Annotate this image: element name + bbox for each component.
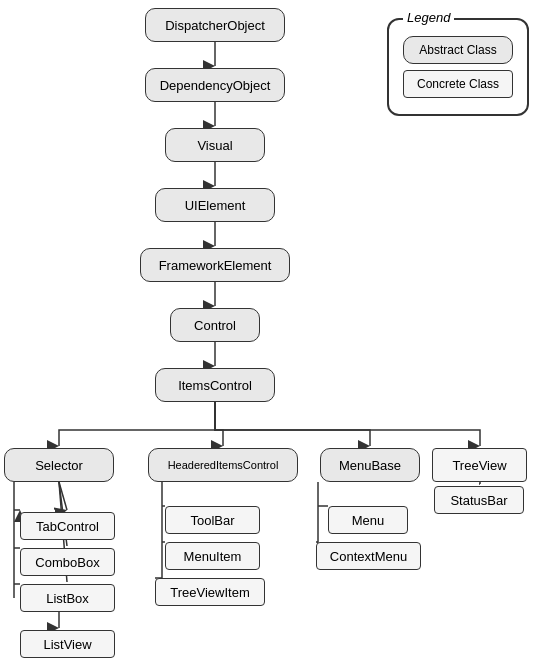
legend-title: Legend xyxy=(403,10,454,25)
node-headereditemscontrol: HeaderedItemsControl xyxy=(148,448,298,482)
node-tabcontrol: TabControl xyxy=(20,512,115,540)
node-selector: Selector xyxy=(4,448,114,482)
node-frameworkelement: FrameworkElement xyxy=(140,248,290,282)
legend-concrete-box: Concrete Class xyxy=(403,70,513,98)
legend-abstract: Abstract Class xyxy=(403,36,513,64)
svg-line-6 xyxy=(59,482,67,510)
node-dependency: DependencyObject xyxy=(145,68,285,102)
node-combobox: ComboBox xyxy=(20,548,115,576)
node-menubase: MenuBase xyxy=(320,448,420,482)
node-visual: Visual xyxy=(165,128,265,162)
node-treeview: TreeView xyxy=(432,448,527,482)
node-uielement: UIElement xyxy=(155,188,275,222)
node-dispatcher: DispatcherObject xyxy=(145,8,285,42)
node-toolbar: ToolBar xyxy=(165,506,260,534)
legend: Legend Abstract Class Concrete Class xyxy=(387,18,529,116)
node-listbox: ListBox xyxy=(20,584,115,612)
node-treeviewitem: TreeViewItem xyxy=(155,578,265,606)
diagram: DispatcherObjectDependencyObjectVisualUI… xyxy=(0,0,549,672)
legend-concrete: Concrete Class xyxy=(403,70,513,98)
legend-concrete-label: Concrete Class xyxy=(417,77,499,91)
node-itemscontrol: ItemsControl xyxy=(155,368,275,402)
node-listview: ListView xyxy=(20,630,115,658)
node-contextmenu: ContextMenu xyxy=(316,542,421,570)
legend-abstract-label: Abstract Class xyxy=(419,43,496,57)
node-menuitem: MenuItem xyxy=(165,542,260,570)
node-menu: Menu xyxy=(328,506,408,534)
legend-abstract-box: Abstract Class xyxy=(403,36,513,64)
node-control: Control xyxy=(170,308,260,342)
node-statusbar: StatusBar xyxy=(434,486,524,514)
